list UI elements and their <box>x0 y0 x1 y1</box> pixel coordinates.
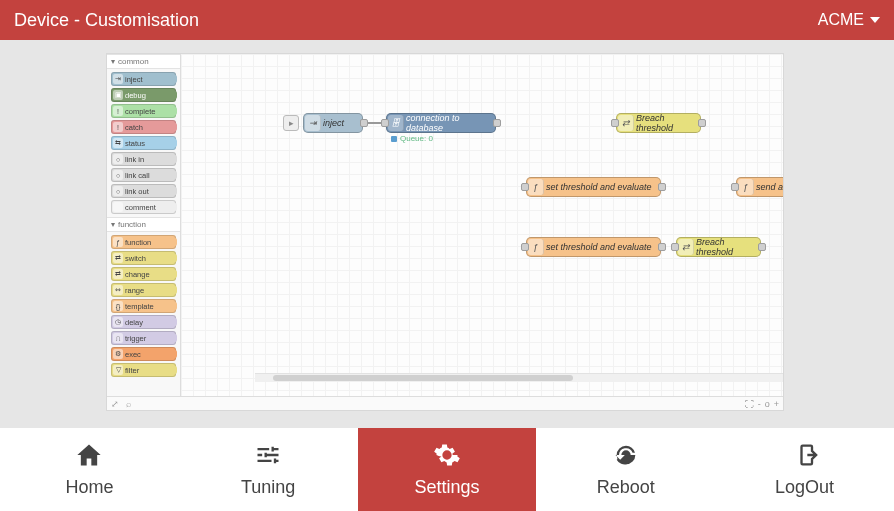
switch-icon: ⇄ <box>113 253 123 263</box>
node-set-threshold-2[interactable]: ƒset threshold and evaluate <box>526 237 661 257</box>
node-set-threshold-1[interactable]: ƒset threshold and evaluate <box>526 177 661 197</box>
palette-node-function[interactable]: ƒfunction <box>111 235 176 249</box>
editor-footer: ⤢ ⌕ ⛶ - o + <box>107 396 783 410</box>
nav-home[interactable]: Home <box>0 428 179 511</box>
nav-label: Settings <box>414 477 479 498</box>
exec-icon: ⚙ <box>113 349 123 359</box>
input-port[interactable] <box>671 243 679 251</box>
status-icon: ⇆ <box>113 138 123 148</box>
caret-down-icon: ▾ <box>111 220 115 229</box>
canvas-nodes: ▸ ⇥inject 🗄connection to database Queue:… <box>181 54 783 396</box>
output-port[interactable] <box>758 243 766 251</box>
function-icon: ƒ <box>738 179 754 195</box>
nav-settings[interactable]: Settings <box>358 428 537 511</box>
palette-node-complete[interactable]: !complete <box>111 104 176 118</box>
input-port[interactable] <box>381 119 389 127</box>
function-icon: ƒ <box>528 239 544 255</box>
input-port[interactable] <box>731 183 739 191</box>
palette-node-delay[interactable]: ◷delay <box>111 315 176 329</box>
palette-node-inject[interactable]: ⇥inject <box>111 72 176 86</box>
delay-icon: ◷ <box>113 317 123 327</box>
node-palette: ▾common ⇥inject ▣debug !complete !catch … <box>107 54 181 396</box>
zoom-reset-button[interactable]: o <box>765 399 770 409</box>
nav-tuning[interactable]: Tuning <box>179 428 358 511</box>
zoom-pan-icon[interactable]: ⤢ <box>111 399 119 409</box>
complete-icon: ! <box>113 106 123 116</box>
database-icon: 🗄 <box>388 115 404 131</box>
caret-down-icon: ▾ <box>111 57 115 66</box>
sliders-icon <box>254 441 282 469</box>
scrollbar-thumb[interactable] <box>273 375 573 381</box>
palette-node-range[interactable]: ⇔range <box>111 283 176 297</box>
linkin-icon: ○ <box>113 154 123 164</box>
gear-icon <box>433 441 461 469</box>
palette-node-comment[interactable]: comment <box>111 200 176 214</box>
linkcall-icon: ○ <box>113 170 123 180</box>
queue-status: Queue: 0 <box>391 134 433 143</box>
nav-label: Home <box>65 477 113 498</box>
inject-icon: ⇥ <box>305 115 321 131</box>
horizontal-scrollbar[interactable] <box>255 373 783 382</box>
template-icon: {} <box>113 301 123 311</box>
page-title: Device - Customisation <box>14 10 199 31</box>
function-icon: ƒ <box>113 237 123 247</box>
bottom-nav: Home Tuning Settings Reboot LogOut <box>0 427 894 511</box>
catch-icon: ! <box>113 122 123 132</box>
home-icon <box>75 441 103 469</box>
nav-logout[interactable]: LogOut <box>715 428 894 511</box>
palette-node-change[interactable]: ⇄change <box>111 267 176 281</box>
palette-node-linkout[interactable]: ○link out <box>111 184 176 198</box>
output-port[interactable] <box>658 243 666 251</box>
palette-node-filter[interactable]: ▽filter <box>111 363 176 377</box>
comment-icon <box>113 202 123 212</box>
logout-icon <box>791 441 819 469</box>
node-breach-2[interactable]: ⇄Breach threshold <box>676 237 761 257</box>
function-icon: ƒ <box>528 179 544 195</box>
search-icon[interactable]: ⌕ <box>126 399 131 409</box>
palette-group-label: common <box>118 57 149 66</box>
palette-node-switch[interactable]: ⇄switch <box>111 251 176 265</box>
palette-node-catch[interactable]: !catch <box>111 120 176 134</box>
filter-icon: ▽ <box>113 365 123 375</box>
nav-label: Tuning <box>241 477 295 498</box>
node-send-alert[interactable]: ƒsend alert <box>736 177 783 197</box>
output-port[interactable] <box>360 119 368 127</box>
switch-icon: ⇄ <box>618 115 634 131</box>
change-icon: ⇄ <box>113 269 123 279</box>
palette-items-common: ⇥inject ▣debug !complete !catch ⇆status … <box>107 69 180 217</box>
tenant-selector[interactable]: ACME <box>818 11 880 29</box>
node-inject[interactable]: ⇥inject <box>303 113 363 133</box>
map-icon[interactable]: ⛶ <box>745 399 754 409</box>
input-port[interactable] <box>521 243 529 251</box>
palette-items-function: ƒfunction ⇄switch ⇄change ⇔range {}templ… <box>107 232 180 380</box>
input-port[interactable] <box>521 183 529 191</box>
palette-node-debug[interactable]: ▣debug <box>111 88 176 102</box>
trigger-icon: ⎍ <box>113 333 123 343</box>
palette-group-label: function <box>118 220 146 229</box>
palette-node-linkin[interactable]: ○link in <box>111 152 176 166</box>
palette-node-exec[interactable]: ⚙exec <box>111 347 176 361</box>
palette-node-status[interactable]: ⇆status <box>111 136 176 150</box>
output-port[interactable] <box>658 183 666 191</box>
palette-group-function[interactable]: ▾function <box>107 217 180 232</box>
output-port[interactable] <box>493 119 501 127</box>
range-icon: ⇔ <box>113 285 123 295</box>
debug-icon: ▣ <box>113 90 123 100</box>
node-breach-1[interactable]: ⇄Breach threshold <box>616 113 701 133</box>
zoom-in-button[interactable]: + <box>774 399 779 409</box>
nav-reboot[interactable]: Reboot <box>536 428 715 511</box>
output-port[interactable] <box>698 119 706 127</box>
palette-node-template[interactable]: {}template <box>111 299 176 313</box>
flow-canvas[interactable]: ▸ ⇥inject 🗄connection to database Queue:… <box>181 54 783 396</box>
palette-node-linkcall[interactable]: ○link call <box>111 168 176 182</box>
palette-node-trigger[interactable]: ⎍trigger <box>111 331 176 345</box>
inject-icon: ⇥ <box>113 74 123 84</box>
node-connection-db[interactable]: 🗄connection to database <box>386 113 496 133</box>
inject-run-button[interactable]: ▸ <box>283 115 299 131</box>
palette-group-common[interactable]: ▾common <box>107 54 180 69</box>
flow-editor: ▾common ⇥inject ▣debug !complete !catch … <box>106 53 784 411</box>
app-header: Device - Customisation ACME <box>0 0 894 40</box>
zoom-out-button[interactable]: - <box>758 399 761 409</box>
input-port[interactable] <box>611 119 619 127</box>
switch-icon: ⇄ <box>678 239 694 255</box>
